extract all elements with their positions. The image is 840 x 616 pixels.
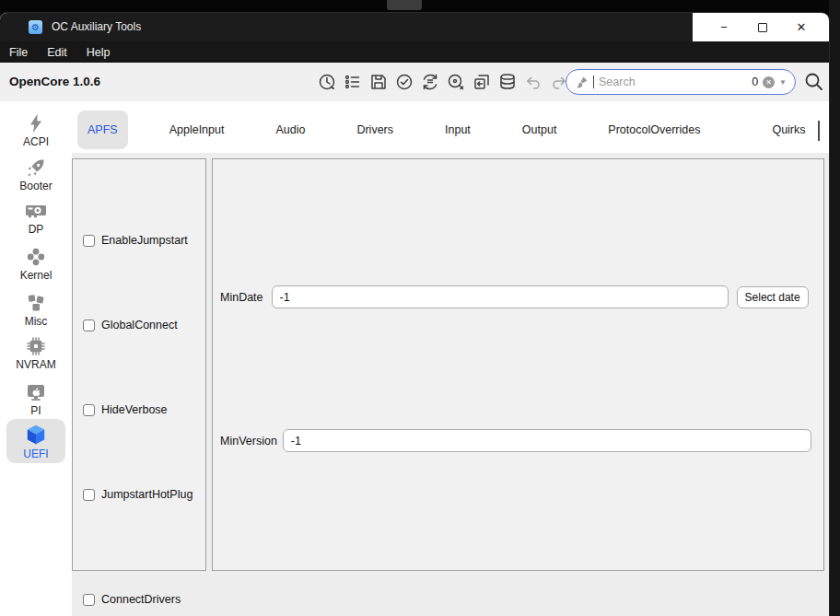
jumpstarthotplug-checkbox[interactable]: [83, 489, 95, 501]
search-box[interactable]: Search 0 ✕ ▼: [566, 69, 796, 95]
search-dropdown-icon[interactable]: ▼: [779, 78, 787, 87]
sidebar-label: Misc: [25, 315, 48, 328]
rocket-icon: [25, 157, 47, 179]
tab-apfs[interactable]: APFS: [77, 110, 128, 149]
mindate-row: MinDate Select date: [220, 285, 819, 308]
sidebar-label: NVRAM: [16, 358, 55, 371]
gpu-card-icon: [24, 200, 48, 222]
minversion-label: MinVersion: [220, 435, 277, 447]
tab-quirks[interactable]: Quirks: [762, 110, 815, 149]
sidebar-label: ACPI: [23, 135, 49, 148]
chip-icon: [25, 335, 47, 357]
checkbox-row[interactable]: EnableJumpstart: [83, 234, 188, 247]
connectdrivers-row[interactable]: ConnectDrivers: [83, 593, 181, 606]
cube-3d-icon: [24, 423, 48, 447]
toolbar-icons: [317, 72, 569, 92]
save-icon[interactable]: [368, 72, 389, 92]
tab-drivers[interactable]: Drivers: [346, 110, 403, 149]
sidebar-item-nvram[interactable]: NVRAM: [0, 331, 72, 374]
sidebar-label: Booter: [19, 180, 52, 192]
titlebar: ⚙ OC Auxiliary Tools − ✕: [0, 13, 829, 41]
cubes-icon: [25, 292, 47, 314]
sidebar-item-uefi[interactable]: UEFI: [0, 420, 72, 462]
checkbox-label: GlobalConnect: [101, 319, 178, 331]
sidebar-label: Kernel: [20, 269, 52, 282]
window-title: OC Auxiliary Tools: [52, 13, 141, 41]
tab-scrollbar[interactable]: [818, 121, 820, 141]
opencore-version-label: OpenCore 1.0.6: [9, 63, 100, 101]
minversion-input[interactable]: [283, 429, 811, 452]
sidebar: ACPI Booter DP: [0, 101, 72, 616]
clover-icon: [25, 246, 47, 268]
toolbar: OpenCore 1.0.6: [0, 63, 829, 101]
hideverbose-checkbox[interactable]: [83, 404, 95, 416]
undo-icon[interactable]: [523, 72, 543, 92]
checkbox-row[interactable]: GlobalConnect: [83, 319, 178, 331]
apfs-fields-panel: MinDate Select date MinVersion: [212, 158, 824, 571]
window-controls: − ✕: [693, 13, 829, 41]
maximize-button[interactable]: [755, 20, 770, 35]
tab-appleinput[interactable]: AppleInput: [159, 110, 235, 149]
sidebar-item-acpi[interactable]: ACPI: [0, 109, 72, 151]
lightning-icon: [25, 112, 47, 134]
sidebar-item-misc[interactable]: Misc: [0, 288, 72, 331]
list-icon[interactable]: [343, 72, 363, 92]
mindate-input[interactable]: [272, 285, 729, 308]
sidebar-item-pi[interactable]: PI: [0, 378, 72, 420]
tab-bar: APFS AppleInput Audio Drivers Input Outp…: [72, 101, 829, 153]
sidebar-label: UEFI: [23, 447, 48, 460]
sidebar-item-dp[interactable]: DP: [0, 196, 72, 238]
history-icon[interactable]: [317, 72, 337, 92]
sidebar-label: DP: [29, 223, 44, 236]
sidebar-label: PI: [30, 404, 41, 417]
mac-display-icon: [25, 381, 47, 403]
tab-input[interactable]: Input: [435, 110, 481, 149]
enablejumpstart-checkbox[interactable]: [83, 235, 95, 247]
select-date-button[interactable]: Select date: [737, 286, 809, 308]
minversion-row: MinVersion: [220, 429, 819, 452]
globalconnect-checkbox[interactable]: [83, 320, 95, 331]
checkbox-row[interactable]: JumpstartHotPlug: [83, 488, 192, 501]
mindate-label: MinDate: [220, 291, 263, 304]
apfs-checkbox-panel: EnableJumpstart GlobalConnect HideVerbos…: [72, 158, 206, 571]
menu-file[interactable]: File: [7, 46, 29, 59]
sidebar-item-kernel[interactable]: Kernel: [0, 242, 72, 285]
oc-validate-icon[interactable]: [446, 72, 466, 92]
clear-search-icon[interactable]: ✕: [763, 76, 775, 88]
search-input[interactable]: Search: [599, 76, 747, 88]
maximize-icon: [758, 23, 767, 32]
connectdrivers-checkbox[interactable]: [83, 594, 95, 606]
checkbox-label: EnableJumpstart: [101, 234, 188, 247]
checkbox-label: HideVerbose: [101, 403, 168, 416]
brush-icon: [575, 76, 589, 89]
app-window: ⚙ OC Auxiliary Tools − ✕ File Edit Help …: [0, 13, 829, 616]
close-button[interactable]: ✕: [794, 20, 809, 35]
desktop-background: [829, 0, 840, 616]
menubar: File Edit Help: [0, 41, 829, 63]
minimize-button[interactable]: −: [717, 20, 731, 35]
tab-output[interactable]: Output: [512, 110, 567, 149]
search-count: 0: [752, 76, 758, 88]
checkbox-label: JumpstartHotPlug: [101, 488, 192, 501]
tab-audio[interactable]: Audio: [265, 110, 315, 149]
background-window-fragment: [387, 0, 422, 10]
text-caret: [593, 76, 594, 88]
import-icon[interactable]: [472, 72, 492, 92]
check-circle-icon[interactable]: [394, 72, 414, 92]
menu-edit[interactable]: Edit: [45, 46, 69, 59]
app-icon: ⚙: [29, 20, 42, 34]
content-area: APFS AppleInput Audio Drivers Input Outp…: [72, 101, 829, 616]
menu-help[interactable]: Help: [85, 46, 112, 59]
search-icon[interactable]: [803, 71, 824, 92]
checkbox-label: ConnectDrivers: [101, 593, 181, 606]
tab-protocoloverrides[interactable]: ProtocolOverrides: [598, 110, 710, 149]
checkbox-row[interactable]: HideVerbose: [83, 403, 168, 416]
database-icon[interactable]: [497, 72, 518, 92]
reload-config-icon[interactable]: [420, 72, 440, 92]
sidebar-item-booter[interactable]: Booter: [0, 153, 72, 195]
